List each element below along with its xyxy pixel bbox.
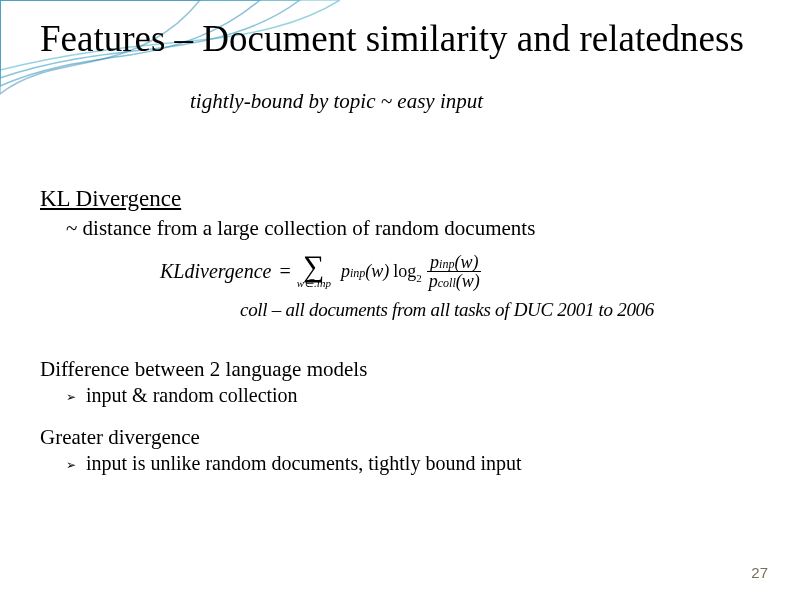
den-arg: (w): [456, 271, 480, 291]
p-inp-term: pinp(w): [341, 261, 389, 282]
num-p: p: [430, 252, 439, 272]
num-sub: inp: [439, 257, 454, 271]
greater-bullet-row: ➢ input is unlike random documents, tigh…: [66, 452, 754, 475]
diff-bullet-text: input & random collection: [86, 384, 298, 407]
formula-lhs: KLdivergence: [160, 260, 271, 283]
kl-description: ~ distance from a large collection of ra…: [66, 216, 754, 241]
kl-formula: KLdivergence = ∑ w∈.inp pinp(w) log2 pin…: [160, 253, 754, 292]
summation: ∑ w∈.inp: [297, 254, 331, 289]
diff-heading: Difference between 2 language models: [40, 357, 754, 382]
kl-heading: KL Divergence: [40, 186, 754, 212]
greater-bullet-text: input is unlike random documents, tightl…: [86, 452, 522, 475]
p-arg: (w): [365, 261, 389, 281]
chevron-bullet-icon: ➢: [66, 458, 76, 473]
sum-subscript: w∈.inp: [297, 278, 331, 289]
den-p: p: [429, 271, 438, 291]
log-term: log2: [393, 261, 422, 284]
greater-heading: Greater divergence: [40, 425, 754, 450]
fraction-numerator: pinp(w): [427, 253, 481, 273]
slide-title: Features – Document similarity and relat…: [40, 18, 754, 61]
page-number: 27: [751, 564, 768, 581]
sigma-icon: ∑: [303, 254, 324, 278]
formula-equals: =: [279, 260, 290, 283]
slide-subtitle: tightly-bound by topic ~ easy input: [190, 89, 754, 114]
diff-bullet-row: ➢ input & random collection: [66, 384, 754, 407]
fraction: pinp(w) pcoll(w): [426, 253, 483, 292]
p-sub-inp: inp: [350, 266, 365, 280]
coll-note: coll – all documents from all tasks of D…: [240, 299, 754, 321]
den-sub: coll: [438, 276, 456, 290]
slide-container: Features – Document similarity and relat…: [0, 0, 794, 595]
p-letter: p: [341, 261, 350, 281]
num-arg: (w): [454, 252, 478, 272]
log-label: log: [393, 261, 416, 281]
chevron-bullet-icon: ➢: [66, 390, 76, 405]
fraction-denominator: pcoll(w): [426, 272, 483, 291]
log-base: 2: [416, 271, 422, 283]
